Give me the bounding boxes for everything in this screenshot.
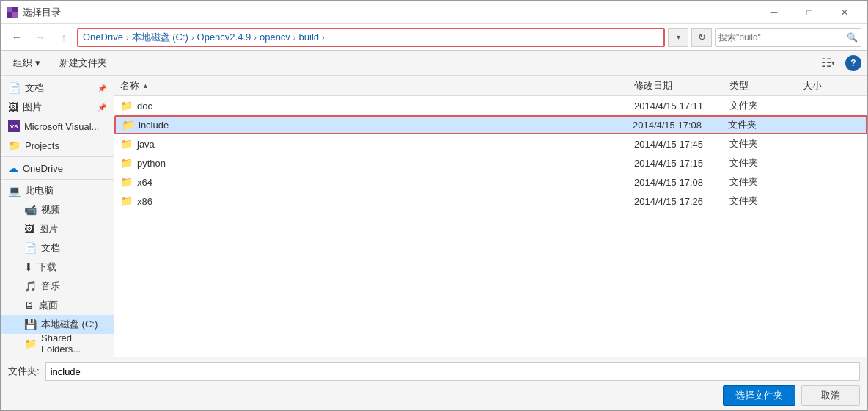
file-list-header: 名称 ▲ 修改日期 类型 大小	[114, 76, 867, 96]
file-name-x64: x64	[137, 177, 634, 188]
file-row-doc[interactable]: 📁 doc 2014/4/15 17:11 文件夹	[114, 96, 867, 115]
svg-rect-3	[12, 12, 18, 18]
sidebar-item-pc[interactable]: 💻 此电脑	[1, 181, 114, 200]
view-options-button[interactable]: ☷ ▾	[816, 54, 839, 73]
onedrive-icon: ☁	[8, 162, 18, 174]
action-bar: 组织 ▾ 新建文件夹 ☷ ▾ ?	[1, 51, 867, 76]
minimize-button[interactable]: ─	[757, 1, 791, 24]
folder-icon-x64: 📁	[120, 176, 133, 188]
path-part-build[interactable]: build	[299, 32, 319, 43]
sidebar-item-onedrive[interactable]: ☁ OneDrive	[1, 159, 114, 178]
sidebar-item-localc[interactable]: 💾 本地磁盘 (C:)	[1, 315, 114, 334]
cancel-button[interactable]: 取消	[801, 385, 860, 406]
file-row-x64[interactable]: 📁 x64 2014/4/15 17:08 文件夹	[114, 172, 867, 192]
file-name-python: python	[137, 158, 634, 169]
file-list: 名称 ▲ 修改日期 类型 大小 📁 doc 2014/4/15 17:11 文件…	[114, 76, 867, 357]
videos-icon: 📹	[24, 204, 37, 216]
music-icon: 🎵	[24, 280, 37, 292]
back-button[interactable]: ←	[7, 27, 27, 48]
select-folder-button[interactable]: 选择文件夹	[723, 385, 795, 406]
sidebar-item-downloads[interactable]: ⬇ 下载	[1, 258, 114, 277]
file-name-java: java	[137, 139, 634, 150]
column-date[interactable]: 修改日期	[634, 79, 729, 92]
vs-icon: VS	[8, 120, 20, 132]
help-button[interactable]: ?	[845, 55, 861, 71]
organize-button[interactable]: 组织 ▾	[7, 54, 47, 73]
file-date-x64: 2014/4/15 17:08	[634, 177, 729, 188]
folder-icon-include: 📁	[122, 119, 134, 131]
svg-rect-1	[12, 7, 18, 12]
file-date-x86: 2014/4/15 17:26	[634, 196, 729, 207]
path-part-opencv249[interactable]: Opencv2.4.9	[197, 32, 251, 43]
refresh-button[interactable]: ↻	[691, 28, 712, 47]
filename-row: 文件夹:	[8, 362, 860, 381]
search-box: 🔍	[715, 28, 861, 47]
projects-folder-icon: 📁	[8, 139, 21, 151]
column-size[interactable]: 大小	[803, 79, 861, 92]
desktop-icon: 🖥	[24, 299, 34, 311]
file-name-doc: doc	[137, 101, 634, 112]
search-icon: 🔍	[847, 32, 858, 43]
file-date-python: 2014/4/15 17:15	[634, 158, 729, 169]
sidebar-divider-2	[1, 179, 114, 180]
file-date-doc: 2014/4/15 17:11	[634, 101, 729, 112]
up-button[interactable]: ↑	[54, 27, 74, 48]
svg-rect-0	[7, 7, 12, 12]
sidebar-item-shared[interactable]: 📁 Shared Folders...	[1, 334, 114, 353]
file-type-include: 文件夹	[728, 118, 801, 131]
file-type-x86: 文件夹	[729, 194, 803, 208]
column-type[interactable]: 类型	[729, 79, 803, 92]
pin-icon2: 📌	[98, 103, 106, 112]
localc-icon: 💾	[24, 319, 37, 330]
sidebar-item-music[interactable]: 🎵 音乐	[1, 277, 114, 296]
sidebar-item-pictures[interactable]: 🖼 图片 📌	[1, 98, 114, 117]
dialog-window: 选择目录 ─ □ ✕ ← → ↑ OneDrive › 本地磁盘 (C:) › …	[0, 0, 868, 411]
pictures2-icon: 🖼	[24, 223, 34, 235]
title-text: 选择目录	[23, 6, 61, 19]
folder-icon-doc: 📁	[120, 100, 133, 112]
file-row-include[interactable]: 📁 include 2014/4/15 17:08 文件夹	[114, 115, 867, 134]
pin-icon: 📌	[98, 84, 106, 92]
new-folder-button[interactable]: 新建文件夹	[53, 54, 114, 73]
path-part-opencv[interactable]: opencv	[260, 32, 290, 43]
sort-arrow: ▲	[142, 82, 149, 90]
close-button[interactable]: ✕	[828, 1, 861, 24]
title-bar: 选择目录 ─ □ ✕	[1, 1, 867, 24]
sidebar-item-videos[interactable]: 📹 视频	[1, 200, 114, 219]
maximize-button[interactable]: □	[792, 1, 826, 24]
buttons-row: 选择文件夹 取消	[8, 385, 860, 406]
app-icon	[7, 7, 18, 18]
file-type-python: 文件夹	[729, 156, 803, 170]
forward-button[interactable]: →	[30, 27, 51, 48]
title-controls: ─ □ ✕	[757, 1, 861, 24]
column-name[interactable]: 名称 ▲	[120, 79, 634, 92]
search-input[interactable]	[718, 32, 844, 43]
path-part-c[interactable]: 本地磁盘 (C:)	[132, 31, 188, 44]
file-type-x64: 文件夹	[729, 175, 803, 189]
file-row-python[interactable]: 📁 python 2014/4/15 17:15 文件夹	[114, 153, 867, 172]
file-name-include: include	[139, 120, 633, 131]
address-path[interactable]: OneDrive › 本地磁盘 (C:) › Opencv2.4.9 › ope…	[77, 28, 665, 47]
folder-icon-x86: 📁	[120, 195, 133, 207]
pc-icon: 💻	[8, 185, 21, 197]
main-content: 📄 文档 📌 🖼 图片 📌 VS Microsoft Visual... 📁 P…	[1, 76, 867, 357]
sidebar-item-vs[interactable]: VS Microsoft Visual...	[1, 117, 114, 136]
path-part-pc[interactable]: OneDrive	[83, 32, 123, 43]
shared-icon: 📁	[24, 338, 37, 349]
sidebar-item-docs2[interactable]: 📄 文档	[1, 239, 114, 258]
file-row-java[interactable]: 📁 java 2014/4/15 17:45 文件夹	[114, 134, 867, 153]
filename-input[interactable]	[45, 362, 860, 381]
folder-icon-python: 📁	[120, 157, 133, 169]
filename-label: 文件夹:	[8, 365, 40, 378]
svg-rect-2	[7, 12, 12, 18]
address-dropdown-button[interactable]: ▾	[668, 28, 688, 47]
sidebar-item-desktop[interactable]: 🖥 桌面	[1, 296, 114, 315]
sidebar-item-documents[interactable]: 📄 文档 📌	[1, 79, 114, 98]
documents-icon: 📄	[8, 82, 21, 94]
downloads-icon: ⬇	[24, 261, 33, 273]
file-date-java: 2014/4/15 17:45	[634, 139, 729, 150]
file-row-x86[interactable]: 📁 x86 2014/4/15 17:26 文件夹	[114, 192, 867, 211]
pictures-icon: 🖼	[8, 101, 18, 113]
sidebar-item-pictures2[interactable]: 🖼 图片	[1, 219, 114, 239]
sidebar-item-projects[interactable]: 📁 Projects	[1, 136, 114, 155]
